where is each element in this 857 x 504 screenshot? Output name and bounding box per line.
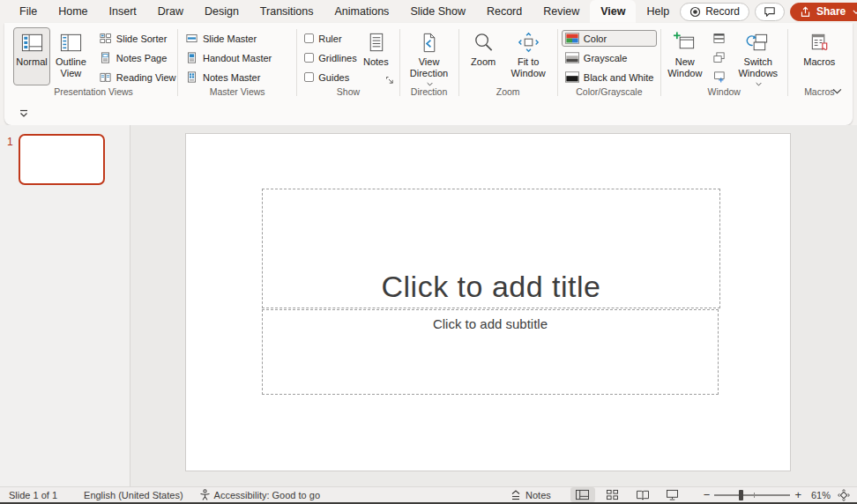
guides-checkbox[interactable]: Guides <box>301 69 359 85</box>
group-label-window: Window <box>665 86 784 101</box>
switch-windows-button[interactable]: Switch Windows <box>733 27 784 85</box>
grayscale-icon <box>565 52 579 63</box>
slide-sorter-view-toggle[interactable] <box>600 487 625 502</box>
group-zoom: Zoom Fit to Window Zoom <box>462 26 553 101</box>
move-split-button[interactable] <box>709 69 729 85</box>
ruler-checkbox[interactable]: Ruler <box>301 30 359 47</box>
group-label-zoom: Zoom <box>462 86 553 101</box>
color-button[interactable]: Color <box>562 30 657 47</box>
fit-slide-to-window-button[interactable] <box>838 489 850 501</box>
zoom-slider[interactable] <box>714 494 790 496</box>
tab-review[interactable]: Review <box>533 0 590 23</box>
accessibility-button[interactable]: Accessibility: Good to go <box>199 489 320 500</box>
group-label-direction: Direction <box>404 86 455 101</box>
macros-button[interactable]: Macros <box>798 27 840 85</box>
new-window-button[interactable]: New Window <box>665 27 705 85</box>
group-window: New Window Switch Windows <box>665 26 784 101</box>
normal-view-icon <box>20 31 44 55</box>
view-direction-icon <box>417 31 441 55</box>
ribbon-view-tab: Normal Outline View Slide Sorter Notes P… <box>4 23 853 101</box>
share-button[interactable]: Share <box>790 3 857 21</box>
notes-page-button[interactable]: Notes Page <box>95 49 180 66</box>
tab-animations[interactable]: Animations <box>324 0 400 23</box>
tab-slide-show[interactable]: Slide Show <box>399 0 476 23</box>
accessibility-icon <box>199 489 211 500</box>
tab-record[interactable]: Record <box>476 0 533 23</box>
group-separator <box>296 29 297 96</box>
status-bar: Slide 1 of 1 English (United States) Acc… <box>0 486 857 502</box>
tab-home[interactable]: Home <box>48 0 98 23</box>
outline-view-button[interactable]: Outline View <box>52 27 90 85</box>
switch-windows-icon <box>746 31 770 55</box>
zoom-slider-handle[interactable] <box>739 490 743 500</box>
slide-number: 1 <box>7 136 13 148</box>
reading-view-button[interactable]: Reading View <box>95 69 180 85</box>
black-and-white-button[interactable]: Black and White <box>562 69 657 85</box>
subtitle-placeholder[interactable]: Click to add subtitle <box>262 309 719 395</box>
comment-icon <box>764 6 776 18</box>
reading-view-icon <box>99 70 112 84</box>
tab-draw[interactable]: Draw <box>147 0 194 23</box>
record-dot-icon <box>689 6 701 18</box>
normal-view-button[interactable]: Normal <box>13 27 50 85</box>
view-direction-button[interactable]: View Direction <box>404 27 455 85</box>
group-label-presentation-views: Presentation Views <box>13 86 174 101</box>
checkbox-icon <box>304 72 314 82</box>
quick-access-customize-icon[interactable] <box>19 109 29 118</box>
slide-show-toggle[interactable] <box>660 487 685 502</box>
grayscale-button[interactable]: Grayscale <box>562 49 657 66</box>
ribbon-panel: Normal Outline View Slide Sorter Notes P… <box>4 23 853 125</box>
zoom-icon <box>472 31 496 55</box>
tab-design[interactable]: Design <box>194 0 250 23</box>
color-icon <box>565 33 579 44</box>
zoom-percentage[interactable]: 61% <box>811 490 831 500</box>
tab-file[interactable]: File <box>9 0 48 23</box>
cascade-windows-button[interactable] <box>709 49 729 66</box>
show-dialog-launcher[interactable] <box>385 76 394 85</box>
group-show: Ruler Gridlines Guides Notes <box>301 26 395 101</box>
collapse-ribbon-button[interactable] <box>832 88 842 94</box>
normal-view-toggle[interactable] <box>570 487 595 502</box>
workspace: 1 Click to add title Click to add subtit… <box>0 125 857 486</box>
group-separator <box>458 29 459 96</box>
slide-indicator: Slide 1 of 1 <box>9 490 57 500</box>
tab-view[interactable]: View <box>590 0 636 23</box>
outline-view-icon <box>59 31 83 55</box>
tab-insert[interactable]: Insert <box>99 0 147 23</box>
group-label-master-views: Master Views <box>182 86 293 101</box>
notes-master-button[interactable]: Notes Master <box>182 69 275 85</box>
checkbox-icon <box>304 53 314 63</box>
ribbon-tabs: File Home Insert Draw Design Transitions… <box>9 0 680 23</box>
arrange-all-button[interactable] <box>709 30 729 47</box>
record-button[interactable]: Record <box>680 3 749 21</box>
title-placeholder[interactable]: Click to add title <box>262 189 720 308</box>
group-separator <box>557 29 558 96</box>
zoom-button[interactable]: Zoom <box>465 27 502 85</box>
chevron-down-icon <box>853 10 857 14</box>
notes-toggle-button[interactable]: Notes <box>510 490 551 500</box>
slide-canvas[interactable]: Click to add title Click to add subtitle <box>185 133 791 471</box>
handout-master-button[interactable]: Handout Master <box>182 49 275 66</box>
slide-sorter-button[interactable]: Slide Sorter <box>95 30 180 47</box>
slide-thumbnail[interactable] <box>19 134 105 185</box>
zoom-slider-tick <box>754 493 755 498</box>
tab-transitions[interactable]: Transitions <box>250 0 324 23</box>
reading-view-toggle[interactable] <box>630 487 655 502</box>
language-button[interactable]: English (United States) <box>84 490 183 500</box>
group-label-color-grayscale: Color/Grayscale <box>562 86 657 101</box>
new-window-icon <box>673 31 697 55</box>
group-separator <box>399 29 400 96</box>
slide-master-button[interactable]: Slide Master <box>182 30 275 47</box>
titlebar-actions: Record Share <box>680 0 857 23</box>
checkbox-icon <box>304 33 314 43</box>
fit-to-window-button[interactable]: Fit to Window <box>505 27 551 85</box>
quick-access-toolbar <box>4 101 853 125</box>
group-separator <box>660 29 661 96</box>
comments-button[interactable] <box>755 3 785 21</box>
tab-help[interactable]: Help <box>636 0 680 23</box>
group-label-show: Show <box>301 86 395 101</box>
move-split-icon <box>712 70 726 84</box>
zoom-in-button[interactable]: + <box>790 488 806 501</box>
gridlines-checkbox[interactable]: Gridlines <box>301 49 359 66</box>
zoom-out-button[interactable]: − <box>699 488 715 501</box>
